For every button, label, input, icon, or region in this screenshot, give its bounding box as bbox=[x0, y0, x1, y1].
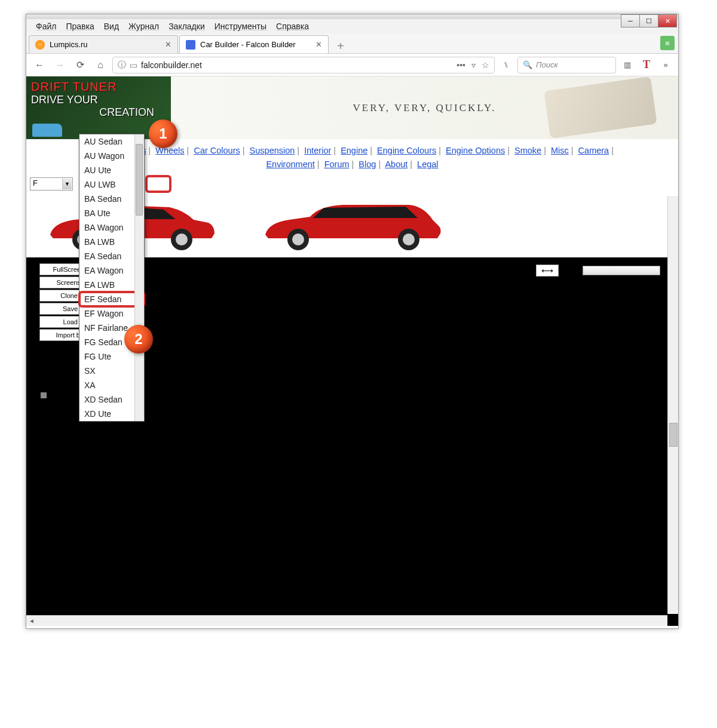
svg-point-5 bbox=[292, 234, 304, 245]
link-engine-colours[interactable]: Engine Colours bbox=[377, 146, 436, 155]
tabstrip: Lumpics.ru ✕ Car Builder - Falcon Builde… bbox=[26, 33, 678, 54]
back-button[interactable]: ← bbox=[31, 57, 48, 73]
link-engine[interactable]: Engine bbox=[341, 146, 367, 155]
overflow-icon[interactable]: » bbox=[658, 57, 673, 73]
menu-bookmarks[interactable]: Закладки bbox=[164, 20, 210, 32]
favicon-icon bbox=[186, 40, 195, 50]
make-value: F bbox=[33, 179, 38, 188]
close-tab-icon[interactable]: ✕ bbox=[159, 40, 171, 49]
link-legal[interactable]: Legal bbox=[417, 159, 438, 169]
svg-point-7 bbox=[403, 234, 415, 245]
menu-help[interactable]: Справка bbox=[271, 20, 314, 32]
sidebar-icon[interactable]: ▥ bbox=[620, 57, 635, 73]
close-button[interactable]: ✕ bbox=[658, 14, 677, 27]
banner: DRIFT TUNER DRIVE YOUR CREATION VERY, VE… bbox=[26, 76, 678, 139]
new-tab-button[interactable]: + bbox=[333, 39, 348, 53]
close-tab-icon[interactable]: ✕ bbox=[310, 40, 322, 49]
reader-icon[interactable]: ▿ bbox=[471, 60, 476, 70]
vertical-scrollbar[interactable] bbox=[667, 196, 678, 614]
link-misc[interactable]: Misc bbox=[551, 146, 569, 155]
search-placeholder: Поиск bbox=[536, 60, 558, 69]
callout-1: 1 bbox=[149, 119, 177, 148]
forward-button[interactable]: → bbox=[51, 57, 68, 73]
link-about[interactable]: About bbox=[385, 159, 407, 169]
nav-row2: Environment| Forum| Blog| About| Legal bbox=[266, 159, 438, 169]
firefox-menu-icon[interactable]: ≡ bbox=[660, 36, 675, 50]
menu-history[interactable]: Журнал bbox=[124, 20, 164, 32]
horizontal-scrollbar[interactable]: ◄ bbox=[26, 615, 667, 626]
scroll-left-icon[interactable]: ◄ bbox=[26, 616, 37, 626]
svg-point-3 bbox=[176, 234, 188, 245]
menu-file[interactable]: Файл bbox=[31, 20, 61, 32]
info-icon: ⓘ bbox=[118, 60, 126, 70]
navbar: ← → ⟳ ⌂ ⓘ ▭ falconbuilder.net ••• ▿ ☆ ⑊ … bbox=[26, 54, 678, 76]
menu-edit[interactable]: Правка bbox=[61, 20, 99, 32]
link-interior[interactable]: Interior bbox=[304, 146, 331, 155]
ad-text: VERY, VERY, QUICKLY. bbox=[353, 102, 497, 114]
link-suspension[interactable]: Suspension bbox=[250, 146, 295, 155]
link-environment[interactable]: Environment bbox=[266, 159, 314, 169]
ad-phone-image bbox=[544, 76, 657, 139]
scroll-thumb[interactable] bbox=[669, 423, 678, 447]
logo-line3: CREATION bbox=[31, 106, 166, 119]
url-actions: ••• ▿ ☆ bbox=[456, 60, 489, 70]
tab-title: Lumpics.ru bbox=[50, 40, 88, 49]
make-select[interactable]: F ▼ bbox=[30, 177, 73, 191]
browser-window: ─ ☐ ✕ Файл Правка Вид Журнал Закладки Ин… bbox=[26, 14, 679, 629]
link-smoke[interactable]: Smoke bbox=[514, 146, 541, 155]
library-icon[interactable]: ⑊ bbox=[498, 57, 514, 73]
car-wagon-image bbox=[259, 199, 445, 253]
titlebar: ─ ☐ ✕ bbox=[26, 14, 678, 19]
dropdown-scroll-thumb[interactable] bbox=[136, 144, 143, 216]
window-controls: ─ ☐ ✕ bbox=[621, 14, 677, 27]
maximize-button[interactable]: ☐ bbox=[639, 14, 658, 27]
slider-bar[interactable] bbox=[583, 266, 660, 275]
link-forum[interactable]: Forum bbox=[324, 159, 350, 169]
menu-tools[interactable]: Инструменты bbox=[210, 20, 271, 32]
more-icon[interactable]: ••• bbox=[456, 60, 465, 70]
extension-t-icon[interactable]: T bbox=[639, 57, 654, 73]
callout-2: 2 bbox=[124, 325, 153, 354]
logo-line1: DRIFT TUNER bbox=[31, 80, 166, 94]
home-button[interactable]: ⌂ bbox=[92, 57, 109, 73]
minimize-button[interactable]: ─ bbox=[621, 14, 640, 27]
tab-title: Car Builder - Falcon Builder bbox=[200, 40, 296, 49]
search-bar[interactable]: 🔍 Поиск bbox=[517, 57, 616, 73]
menubar: Файл Правка Вид Журнал Закладки Инструме… bbox=[26, 19, 678, 33]
url-bar[interactable]: ⓘ ▭ falconbuilder.net ••• ▿ ☆ bbox=[112, 57, 495, 73]
ad-banner[interactable]: VERY, VERY, QUICKLY. bbox=[171, 76, 678, 139]
color-swatch[interactable] bbox=[41, 392, 47, 398]
callout-highlight-1 bbox=[145, 175, 171, 193]
logo-car-icon bbox=[32, 124, 62, 137]
url-text: falconbuilder.net bbox=[141, 60, 202, 70]
car-length-icon[interactable]: ⟷ bbox=[536, 265, 559, 277]
link-car-colours[interactable]: Car Colours bbox=[194, 146, 240, 155]
link-blog[interactable]: Blog bbox=[358, 159, 376, 169]
tab-carbuilder[interactable]: Car Builder - Falcon Builder ✕ bbox=[179, 35, 329, 53]
bookmark-star-icon[interactable]: ☆ bbox=[482, 60, 489, 70]
model-dropdown[interactable]: AU SedanAU WagonAU UteAU LWBBA SedanBA U… bbox=[79, 134, 145, 422]
logo-line2: DRIVE YOUR bbox=[31, 94, 166, 106]
reload-button[interactable]: ⟳ bbox=[72, 57, 88, 73]
menu-view[interactable]: Вид bbox=[99, 20, 124, 32]
chevron-down-icon: ▼ bbox=[62, 179, 72, 189]
site-icon: ▭ bbox=[130, 60, 137, 70]
tab-lumpics[interactable]: Lumpics.ru ✕ bbox=[29, 35, 178, 53]
search-icon: 🔍 bbox=[523, 60, 532, 69]
favicon-icon bbox=[35, 40, 45, 50]
link-camera[interactable]: Camera bbox=[578, 146, 609, 155]
link-engine-options[interactable]: Engine Options bbox=[446, 146, 505, 155]
